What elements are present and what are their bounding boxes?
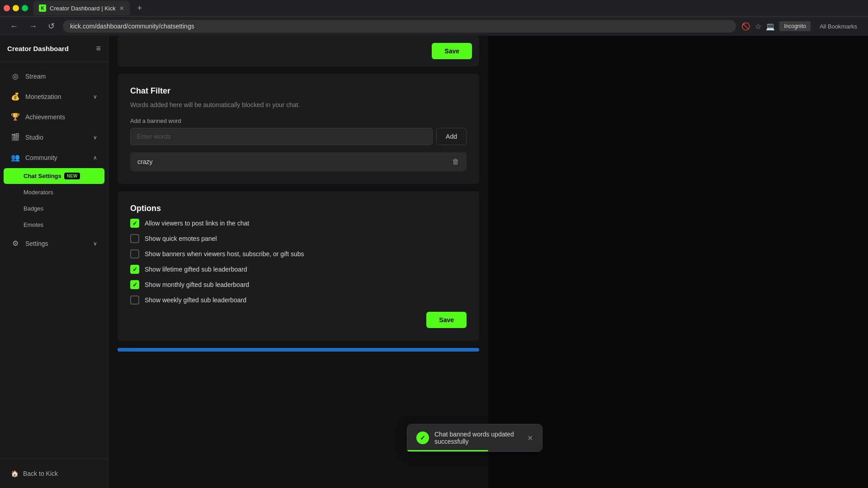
new-tab-button[interactable]: + (133, 2, 146, 14)
banned-word-input-row: Add (130, 128, 467, 145)
chat-settings-label: Chat Settings (24, 173, 61, 179)
checkbox-allow-links[interactable] (130, 219, 139, 228)
checkbox-lifetime-gifted[interactable] (130, 265, 139, 274)
sidebar-item-settings[interactable]: ⚙ Settings ∨ (4, 234, 104, 253)
address-bar: ← → ↺ 🚫 ☆ 💻 Incognito All Bookmarks (0, 16, 868, 36)
banned-word-input[interactable] (130, 128, 433, 145)
tab-close-icon[interactable]: ✕ (119, 5, 124, 12)
banned-word-item: crazy 🗑 (130, 152, 467, 171)
checkbox-monthly-gifted[interactable] (130, 280, 139, 289)
star-icon[interactable]: ☆ (755, 22, 761, 31)
url-input[interactable] (63, 20, 736, 33)
achievements-icon: 🏆 (11, 113, 20, 121)
options-section: Options Allow viewers to post links in t… (118, 191, 479, 341)
toast-notification: ✓ Chat banned words updatedsuccessfully … (407, 424, 542, 452)
option-label-allow-links: Allow viewers to post links in the chat (145, 220, 249, 227)
top-save-section: Save (118, 36, 479, 66)
sidebar-item-label-achievements: Achievements (25, 113, 65, 121)
main-content: Save Chat Filter Words added here will b… (108, 36, 488, 488)
checkbox-quick-emotes[interactable] (130, 234, 139, 243)
sidebar-item-emotes[interactable]: Emotes (4, 217, 104, 233)
chat-filter-desc: Words added here will be automatically b… (130, 101, 467, 108)
option-label-weekly-gifted: Show weekly gifted sub leaderboard (145, 296, 246, 304)
checkbox-weekly-gifted[interactable] (130, 296, 139, 305)
stream-icon: ◎ (11, 72, 20, 80)
chat-filter-section: Chat Filter Words added here will be aut… (118, 74, 479, 184)
checkbox-show-banners[interactable] (130, 249, 139, 258)
community-icon: 👥 (11, 153, 20, 162)
option-label-show-banners: Show banners when viewers host, subscrib… (145, 250, 304, 258)
app-layout: Creator Dashboard ≡ ◎ Stream 💰 Monetizat… (0, 36, 868, 488)
top-save-button[interactable]: Save (432, 43, 472, 59)
back-button[interactable]: ← (7, 20, 21, 33)
active-tab[interactable]: K Creator Dashboard | Kick ✕ (33, 1, 130, 15)
chat-filter-title: Chat Filter (130, 86, 467, 96)
sidebar-item-label-monetization: Monetization (25, 93, 61, 100)
minimize-button[interactable] (13, 5, 19, 11)
back-to-kick-label: Back to Kick (23, 470, 58, 477)
right-background (488, 36, 868, 488)
sidebar-menu-icon[interactable]: ≡ (96, 44, 101, 53)
sidebar-item-moderators[interactable]: Moderators (4, 184, 104, 200)
option-quick-emotes[interactable]: Show quick emotes panel (130, 234, 467, 243)
option-label-monthly-gifted: Show monthly gifted sub leaderboard (145, 281, 249, 288)
maximize-button[interactable] (22, 5, 28, 11)
option-lifetime-gifted[interactable]: Show lifetime gifted sub leaderboard (130, 265, 467, 274)
bottom-save-row: Save (130, 312, 467, 328)
option-weekly-gifted[interactable]: Show weekly gifted sub leaderboard (130, 296, 467, 305)
back-to-kick-button[interactable]: 🏠 Back to Kick (4, 465, 104, 483)
badges-label: Badges (24, 205, 43, 212)
content-area: Save Chat Filter Words added here will b… (108, 36, 488, 370)
sidebar-item-stream[interactable]: ◎ Stream (4, 66, 104, 86)
bottom-save-button[interactable]: Save (426, 312, 467, 328)
sidebar-title: Creator Dashboard (7, 45, 69, 52)
sidebar-item-monetization[interactable]: 💰 Monetization ∨ (4, 87, 104, 106)
sidebar-item-chat-settings[interactable]: Chat Settings NEW (4, 168, 104, 184)
bookmarks-label: All Bookmarks (816, 23, 861, 30)
options-title: Options (130, 204, 467, 213)
add-word-button[interactable]: Add (436, 128, 467, 145)
sidebar: Creator Dashboard ≡ ◎ Stream 💰 Monetizat… (0, 36, 108, 488)
device-icon[interactable]: 💻 (766, 22, 775, 31)
option-monthly-gifted[interactable]: Show monthly gifted sub leaderboard (130, 280, 467, 289)
browser-chrome: K Creator Dashboard | Kick ✕ + ← → ↺ 🚫 ☆… (0, 0, 868, 36)
option-allow-links[interactable]: Allow viewers to post links in the chat (130, 219, 467, 228)
options-list: Allow viewers to post links in the chat … (130, 219, 467, 305)
tab-title: Creator Dashboard | Kick (50, 5, 116, 12)
toast-close-button[interactable]: ✕ (527, 434, 533, 442)
sidebar-item-badges[interactable]: Badges (4, 201, 104, 216)
new-badge: NEW (64, 173, 80, 179)
community-arrow-icon: ∧ (93, 155, 97, 161)
banned-word-label: Add a banned word (130, 117, 467, 124)
sidebar-item-achievements[interactable]: 🏆 Achievements (4, 107, 104, 127)
settings-icon: ⚙ (11, 239, 20, 248)
moderators-label: Moderators (24, 189, 53, 196)
close-button[interactable] (4, 5, 10, 11)
browser-icons: 🚫 ☆ 💻 Incognito (741, 21, 811, 31)
option-show-banners[interactable]: Show banners when viewers host, subscrib… (130, 249, 467, 258)
studio-arrow-icon: ∨ (93, 134, 97, 141)
banned-word-text: crazy (137, 158, 152, 165)
refresh-button[interactable]: ↺ (45, 19, 57, 33)
settings-arrow-icon: ∨ (93, 240, 97, 247)
sidebar-item-studio[interactable]: 🎬 Studio ∨ (4, 127, 104, 147)
option-label-quick-emotes: Show quick emotes panel (145, 235, 217, 242)
monetization-arrow-icon: ∨ (93, 94, 97, 100)
title-bar: K Creator Dashboard | Kick ✕ + (0, 0, 868, 16)
tab-favicon: K (39, 5, 46, 12)
studio-icon: 🎬 (11, 133, 20, 141)
sidebar-item-label-stream: Stream (25, 73, 46, 80)
toast-message: Chat banned words updatedsuccessfully (434, 431, 522, 445)
sidebar-nav: ◎ Stream 💰 Monetization ∨ 🏆 Achievements… (0, 62, 108, 459)
sidebar-item-community[interactable]: 👥 Community ∧ (4, 148, 104, 167)
forward-button[interactable]: → (26, 20, 40, 33)
back-icon: 🏠 (11, 470, 19, 477)
sidebar-item-label-studio: Studio (25, 134, 43, 141)
delete-word-button[interactable]: 🗑 (452, 158, 459, 166)
incognito-badge: Incognito (779, 21, 811, 31)
sidebar-header: Creator Dashboard ≡ (0, 36, 108, 62)
sidebar-item-label-settings: Settings (25, 240, 48, 247)
sidebar-bottom: 🏠 Back to Kick (0, 459, 108, 488)
option-label-lifetime-gifted: Show lifetime gifted sub leaderboard (145, 266, 247, 273)
bottom-bar (118, 348, 479, 352)
